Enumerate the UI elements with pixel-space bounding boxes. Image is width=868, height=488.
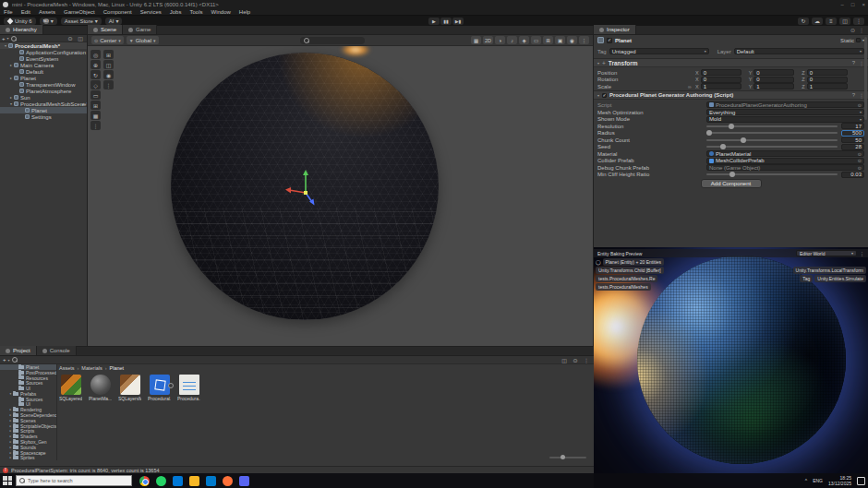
debug-chunk-prefab-field[interactable]: None (Game Object) ⊙ (706, 164, 864, 171)
add-component-button[interactable]: Add Component (701, 179, 762, 188)
layers-icon[interactable]: ≡ (826, 18, 837, 25)
radius-slider[interactable] (706, 132, 838, 134)
grid-visibility-toggle[interactable]: ⊞ (543, 36, 553, 44)
tab-project[interactable]: Project (0, 346, 37, 355)
rotation-x-field[interactable]: 0 (701, 77, 741, 83)
folder-row[interactable]: ▸ Sprites (0, 456, 56, 460)
hierarchy-row[interactable]: Settings (0, 113, 87, 120)
hierarchy-row[interactable]: ▾ ProceduralMeshSubScene* ✓ (0, 101, 87, 107)
world-dropdown[interactable]: Editor World ▾ (796, 250, 857, 256)
rotation-y-field[interactable]: 0 (753, 77, 794, 83)
hierarchy-row[interactable]: ▸ Main Camera (0, 62, 87, 68)
camera-settings-icon[interactable]: ▣ (555, 36, 565, 44)
scale-y-field[interactable]: 1 (753, 83, 794, 89)
scale-x-field[interactable]: 1 (701, 83, 741, 89)
orientation-dropdown[interactable]: ▼Global▾ (127, 36, 159, 44)
prefab-isolation-icon[interactable]: ◫ (76, 35, 85, 42)
layout-icon[interactable]: ◫ (839, 18, 850, 25)
menu-item[interactable]: File (4, 9, 13, 15)
rotation-z-field[interactable]: 0 (807, 77, 848, 83)
asset-store-button[interactable]: Asset Store▾ (61, 18, 102, 25)
menu-item[interactable]: Jobs (170, 9, 182, 15)
undo-history-icon[interactable]: ↻ (798, 18, 809, 25)
component-pill[interactable]: Unity.Entities.Simulate (814, 275, 866, 282)
menu-item[interactable]: Assets (39, 9, 55, 15)
scene-visibility-icon[interactable]: ⊙ (66, 35, 75, 42)
transform-gizmo[interactable] (284, 166, 327, 208)
min-cliff-value[interactable]: 0.03 (841, 172, 864, 178)
lighting-toggle[interactable]: ◑ (495, 36, 505, 44)
thumbnail-size-slider[interactable] (549, 457, 586, 458)
pause-button[interactable]: ▮▮ (440, 18, 452, 25)
hierarchy-row[interactable]: ▸ Planet (0, 75, 87, 81)
pivot-dropdown[interactable]: ⊙Center▾ (91, 36, 124, 44)
transform-header[interactable]: ▾ + Transform ? ⋮ (594, 58, 868, 67)
custom-tool[interactable]: ▦ (90, 111, 101, 120)
component-pill[interactable]: tests.ProceduralMeshes.Re (596, 275, 657, 282)
draw-mode-icon[interactable]: ▦ (471, 36, 481, 44)
tab-hierarchy[interactable]: Hierarchy (0, 25, 43, 34)
chunk-count-slider[interactable] (706, 139, 838, 141)
search-icon[interactable] (12, 357, 18, 363)
seed-slider[interactable] (706, 146, 838, 148)
tab-scene[interactable]: Scene (88, 25, 123, 34)
maximize-button[interactable]: □ (851, 2, 855, 7)
hierarchy-row[interactable]: Default (0, 68, 87, 75)
tab-console[interactable]: Console (37, 346, 77, 355)
search-by-type-icon[interactable]: ⊙ (571, 356, 580, 363)
component-pill[interactable]: Unity.Transforms.Child [Buffer] (596, 267, 664, 274)
entity-preview-more-icon[interactable]: ⋮ (860, 251, 864, 256)
static-dropdown[interactable]: Static▾ (840, 38, 864, 43)
create-object-button[interactable]: + (2, 36, 6, 42)
hierarchy-row[interactable]: ▾ ProceduralMesh* (0, 42, 87, 49)
position-x-field[interactable]: 0 (701, 69, 741, 76)
ai-dropdown[interactable]: AI▾ (105, 18, 123, 25)
breadcrumb-item[interactable]: Planet (110, 365, 125, 371)
create-asset-button[interactable]: + (3, 357, 6, 363)
scale-z-field[interactable]: 1 (807, 83, 848, 89)
menu-item[interactable]: Edit (21, 9, 30, 15)
Procedura...[interactable]: Procedura... (177, 375, 200, 417)
vscode-icon[interactable] (206, 476, 216, 486)
hidden-objects-toggle[interactable]: ▭ (531, 36, 541, 44)
tag-dropdown[interactable]: Untagged▾ (609, 48, 709, 54)
language-indicator[interactable]: ENG (813, 478, 823, 483)
snap-toggle[interactable]: ◫ (103, 60, 114, 69)
resolution-slider[interactable] (706, 125, 838, 127)
breadcrumb-item[interactable]: Materials (81, 365, 102, 371)
hierarchy-row[interactable]: ApplicationConfiguration (0, 49, 87, 55)
scale-link-icon[interactable]: ∞ (688, 84, 695, 89)
component-pill[interactable]: tests.ProceduralMeshes (596, 283, 651, 291)
transform-tool[interactable]: ⊞ (90, 101, 101, 110)
position-y-field[interactable]: 0 (753, 69, 794, 76)
scene-search-field[interactable] (300, 37, 365, 44)
orient-gizmo[interactable]: ◉ (103, 70, 114, 79)
lock-icon[interactable]: ⊙ (850, 27, 855, 33)
menu-item[interactable]: Help (239, 9, 250, 15)
breadcrumb-item[interactable]: Assets (59, 365, 75, 371)
scene-more-icon[interactable]: ⋮ (579, 36, 589, 44)
Procedural...[interactable]: Procedural... (148, 375, 171, 417)
messenger-icon[interactable] (156, 476, 166, 486)
SQLayered...[interactable]: SQLayered... (59, 375, 82, 417)
menu-item[interactable]: Window (211, 9, 230, 15)
hierarchy-row[interactable]: TransparentWindow (0, 81, 87, 88)
overlay-more[interactable]: ⋮ (103, 80, 114, 89)
hierarchy-row[interactable]: Planet (0, 107, 87, 113)
collider-prefab-field[interactable]: MeshColliderPrefab ⊙ (706, 158, 864, 164)
hierarchy-row[interactable]: PlanetAtmosphere (0, 88, 87, 94)
layer-dropdown[interactable]: Default▾ (734, 48, 864, 54)
hierarchy-row[interactable]: ▸ Sun (0, 94, 87, 101)
2d-toggle[interactable]: 2D (483, 36, 493, 44)
tab-game[interactable]: Game (123, 25, 157, 34)
close-button[interactable]: × (862, 2, 865, 7)
browser-icon[interactable] (139, 476, 150, 486)
scale-tool[interactable]: ◇ (90, 80, 101, 89)
menu-item[interactable]: Component (103, 9, 132, 15)
project-more-icon[interactable]: ⋮ (582, 356, 591, 363)
taskbar-search[interactable]: Type here to search (16, 475, 132, 486)
position-z-field[interactable]: 0 (807, 69, 848, 76)
component-pill[interactable]: Tag (800, 275, 813, 282)
more-icon[interactable]: ⋮ (853, 18, 864, 25)
resolution-value[interactable]: 17 (841, 123, 864, 129)
